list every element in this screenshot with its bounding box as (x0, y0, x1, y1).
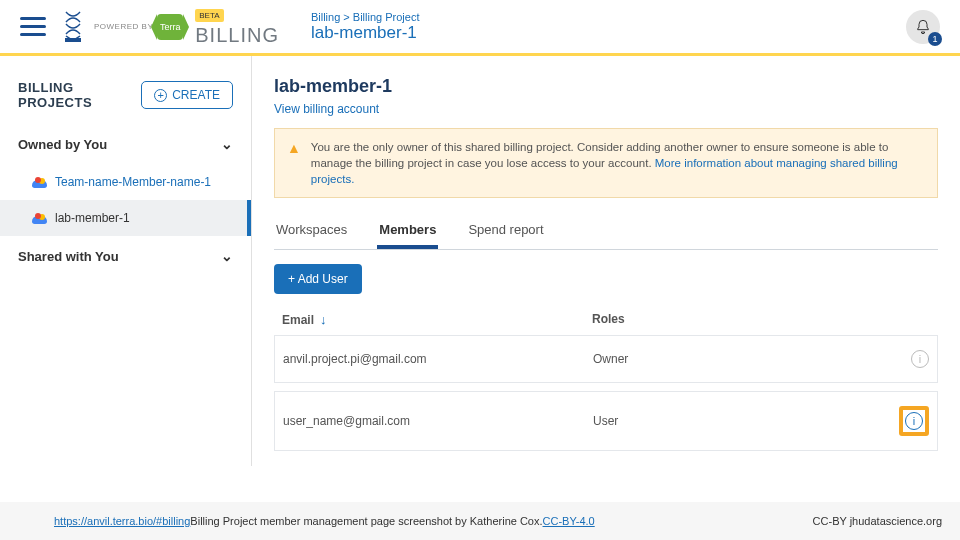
cell-email: user_name@gmail.com (283, 414, 593, 428)
cell-role: Owner (593, 352, 911, 366)
cell-email: anvil.project.pi@gmail.com (283, 352, 593, 366)
tab-workspaces[interactable]: Workspaces (274, 214, 349, 249)
beta-badge: BETA (195, 9, 223, 22)
footer-url-link[interactable]: https://anvil.terra.bio/#billing (54, 515, 190, 527)
powered-by-label: POWERED BY (94, 22, 153, 31)
add-user-button[interactable]: + Add User (274, 264, 362, 294)
view-billing-account-link[interactable]: View billing account (274, 102, 379, 116)
anvil-logo (62, 10, 84, 44)
notif-count: 1 (928, 32, 942, 46)
breadcrumb[interactable]: Billing > Billing Project (311, 11, 420, 23)
warning-notice: ▲ You are the only owner of this shared … (274, 128, 938, 198)
sidebar-project-item-active[interactable]: lab-member-1 (0, 200, 251, 236)
chevron-down-icon: ⌄ (221, 248, 233, 264)
tab-spend-report[interactable]: Spend report (466, 214, 545, 249)
app-title-block: BETA BILLING (195, 6, 279, 47)
tab-members[interactable]: Members (377, 214, 438, 249)
svg-rect-0 (65, 38, 81, 42)
owned-section-toggle[interactable]: Owned by You⌄ (0, 124, 251, 164)
bell-icon (915, 19, 931, 35)
menu-hamburger[interactable] (20, 17, 46, 36)
create-button[interactable]: +CREATE (141, 81, 233, 109)
row-info-button[interactable]: i (911, 350, 929, 368)
cell-role: User (593, 414, 899, 428)
notifications-button[interactable]: 1 (906, 10, 940, 44)
column-header-roles[interactable]: Roles (592, 312, 930, 327)
warning-icon: ▲ (287, 139, 301, 187)
gcp-icon (32, 213, 47, 224)
terra-logo: Terra (157, 14, 183, 40)
highlight-box: i (899, 406, 929, 436)
page-title: lab-member-1 (274, 76, 938, 97)
sidebar-project-item[interactable]: Team-name-Member-name-1 (0, 164, 251, 200)
plus-icon: + (154, 89, 167, 102)
footer-caption: https://anvil.terra.bio/#billing Billing… (0, 502, 960, 540)
footer-attribution: CC-BY jhudatascience.org (813, 515, 942, 527)
row-info-button[interactable]: i (905, 412, 923, 430)
table-row: user_name@gmail.com User i (274, 391, 938, 451)
table-row: anvil.project.pi@gmail.com Owner i (274, 335, 938, 383)
column-header-email[interactable]: Email↓ (282, 312, 592, 327)
shared-section-toggle[interactable]: Shared with You⌄ (0, 236, 251, 276)
gcp-icon (32, 177, 47, 188)
app-title: BILLING (195, 24, 279, 46)
sort-arrow-icon: ↓ (320, 312, 327, 327)
chevron-down-icon: ⌄ (221, 136, 233, 152)
header-project-name: lab-member-1 (311, 23, 420, 43)
sidebar-title: BILLING PROJECTS (18, 80, 141, 110)
footer-license-link[interactable]: CC-BY-4.0 (543, 515, 595, 527)
